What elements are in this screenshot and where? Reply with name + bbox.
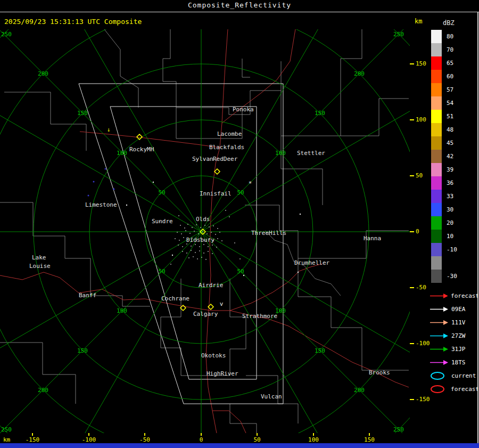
dbz-swatch-label: 45 [442, 136, 453, 150]
dbz-swatch-label: 30 [442, 203, 453, 216]
dbz-swatch-row: 20 [429, 216, 479, 230]
legend-track-item: 31JP [429, 343, 479, 356]
storm-track-legend: forecast09EA111V27ZW31JP18TScurrentforec… [429, 289, 479, 396]
radar-echo-dot [240, 258, 241, 259]
radar-echo-dot [187, 224, 188, 225]
x-axis-tick [144, 433, 145, 436]
dbz-swatch-label: 33 [442, 190, 453, 203]
legend-track-item: current [429, 369, 479, 382]
radar-echo-dot [221, 240, 222, 241]
radar-echo-dot [195, 252, 196, 253]
range-ring-label: 200 [38, 387, 48, 394]
radar-echo-dot [197, 258, 198, 259]
radar-echo-dot [179, 240, 180, 241]
county-boundary-line [163, 29, 176, 108]
y-axis-tick [410, 63, 414, 64]
radar-echo-dot [213, 225, 214, 226]
dbz-swatch [431, 216, 442, 230]
town-dot [153, 182, 154, 183]
city-label: Limestone [85, 201, 117, 208]
lake-dot [113, 189, 115, 190]
town-dot [126, 205, 127, 206]
range-ring-label: 150 [315, 110, 325, 117]
county-boundary-line [4, 92, 86, 151]
dbz-swatch [431, 150, 442, 163]
range-ring-label: 250 [1, 426, 12, 433]
radar-echo-dot [186, 252, 187, 254]
highway-line [0, 272, 409, 387]
county-boundary-line [298, 258, 331, 328]
city-label: Blackfalds [209, 144, 244, 151]
dbz-swatch-label: 51 [442, 110, 453, 123]
range-ring-label: 250 [1, 31, 12, 38]
radar-echo-dot [212, 245, 213, 246]
dbz-swatch-row: 48 [429, 123, 479, 136]
radar-echo-dot [195, 244, 196, 245]
track-arrow-icon [430, 291, 448, 300]
city-label: Louise [29, 263, 51, 270]
map-glyph-marker: * [249, 180, 252, 187]
legend-track-item: 09EA [429, 303, 479, 316]
dbz-swatch-row: 10 [429, 230, 479, 243]
radar-echo-dot [191, 250, 192, 251]
dbz-swatch-row: 30 [429, 203, 479, 216]
lake-dot [105, 168, 106, 170]
y-axis-tick-label: -150 [416, 396, 430, 403]
radar-echo-dot [175, 238, 176, 239]
city-label: RedDeer [213, 156, 238, 162]
track-arrow-icon [430, 345, 448, 354]
dbz-swatch-row: 51 [429, 110, 479, 123]
radar-echo-dot [219, 232, 220, 233]
radar-echo-dot [186, 243, 187, 245]
azimuth-spoke [0, 232, 201, 418]
county-boundary-line [341, 29, 362, 59]
dbz-swatch [431, 163, 442, 176]
radar-map-canvas[interactable]: 5010015020025050100150200250501001502002… [0, 29, 410, 433]
radar-echo-dot [199, 246, 200, 247]
range-ring-label: 150 [77, 110, 88, 117]
radar-echo-dot [207, 233, 208, 234]
radar-echo-dot [217, 238, 218, 239]
range-ring-label: 100 [275, 150, 286, 157]
range-ring-label: 50 [158, 189, 165, 196]
radar-echo-dot [212, 253, 213, 254]
x-axis-tick-label: -150 [21, 436, 44, 443]
dbz-swatch-row: 60 [429, 70, 479, 83]
dbz-swatch-row: -30 [429, 270, 479, 283]
x-axis-tick-label: 50 [245, 436, 269, 443]
x-axis-tick-label: -50 [133, 436, 156, 443]
legend-track-item: forecast [429, 382, 479, 396]
radar-echo-dot [178, 215, 179, 216]
map-glyph-marker: ↓ [107, 126, 111, 133]
y-axis-tick [410, 343, 414, 344]
city-label: Airdrie [199, 282, 223, 289]
radar-echo-dot [203, 244, 204, 245]
radar-echo-dot [205, 259, 207, 260]
city-label: Banff [79, 292, 96, 299]
range-ring-label: 50 [237, 189, 244, 196]
y-axis: 150100500-50-100-150 [409, 29, 430, 433]
city-label: Stettler [297, 150, 325, 157]
city-label: Olds [196, 216, 210, 223]
highway-line [80, 132, 220, 148]
city-label: Lake [32, 254, 46, 261]
radar-echo-dot [229, 216, 230, 217]
city-label: Cochrane [161, 295, 189, 302]
radar-echo-dot [200, 227, 201, 228]
dbz-swatch [431, 190, 442, 203]
dbz-swatch-label: 80 [442, 30, 453, 43]
dbz-swatch-row: 70 [429, 43, 479, 56]
track-arrow-icon [430, 358, 448, 367]
track-label: forecast [448, 292, 479, 299]
lake-dot [88, 195, 89, 197]
status-bar [0, 443, 479, 448]
y-axis-tick-label: 50 [416, 172, 423, 179]
range-ring-label: 100 [117, 307, 127, 314]
radar-echo-dot [199, 250, 200, 251]
radar-echo-dot [216, 247, 217, 248]
dbz-swatch [431, 256, 442, 270]
lake-dot [93, 181, 95, 183]
y-axis-tick-label: 0 [416, 228, 419, 235]
y-axis-tick-label: 100 [416, 116, 426, 123]
legend-track-item: 27ZW [429, 329, 479, 343]
